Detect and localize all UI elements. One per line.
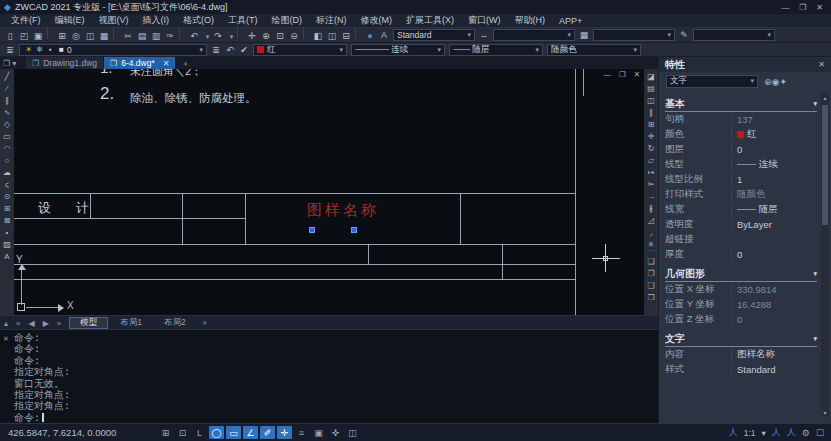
- zoom-previous-icon[interactable]: ⊖: [287, 30, 301, 42]
- pan-icon[interactable]: ✛: [245, 30, 259, 42]
- separator[interactable]: [47, 27, 53, 39]
- drawing-canvas[interactable]: —❐✕ 1. 未注圆角＼2； 2. 除油、除锈、防腐处理。 设 计 图样名称: [14, 69, 644, 315]
- next-tab-icon[interactable]: ▶: [39, 319, 53, 328]
- doc-tab-6-4[interactable]: ❐ 6-4.dwg* ✕: [104, 57, 175, 69]
- mline-icon[interactable]: ∥: [1, 94, 14, 106]
- rectangle-icon[interactable]: ▭: [1, 130, 14, 142]
- spline-icon[interactable]: ς: [1, 178, 14, 190]
- copy-object-icon[interactable]: ▤: [645, 82, 658, 94]
- property-value[interactable]: 随颜色: [731, 188, 817, 201]
- trim-icon[interactable]: ✂: [645, 178, 658, 190]
- array-icon[interactable]: ⊞: [645, 118, 658, 130]
- separator[interactable]: [303, 27, 309, 39]
- mirror-icon[interactable]: ◫: [645, 94, 658, 106]
- menu-item[interactable]: APP+: [552, 16, 589, 26]
- tab-layout2[interactable]: 布局2: [154, 317, 196, 329]
- dyn-input-icon[interactable]: ✐: [260, 426, 275, 439]
- preview-icon[interactable]: ◎: [69, 30, 83, 42]
- line-icon[interactable]: ╱: [1, 70, 14, 82]
- crosshair-toggle-icon[interactable]: ✛: [277, 426, 292, 439]
- grip-handle[interactable]: [309, 227, 315, 233]
- ortho-icon[interactable]: L: [192, 426, 207, 439]
- hatch-icon[interactable]: ▨: [1, 238, 14, 250]
- save-icon[interactable]: ▣: [31, 30, 45, 42]
- minimize-button[interactable]: —: [781, 3, 789, 12]
- menu-item[interactable]: 视图(V): [92, 14, 136, 27]
- last-tab-icon[interactable]: »: [53, 319, 65, 328]
- match-properties-icon[interactable]: ✑: [163, 30, 177, 42]
- table-style-icon[interactable]: ▦: [577, 29, 591, 41]
- first-tab-icon[interactable]: «: [12, 319, 24, 328]
- property-value[interactable]: ByLayer: [731, 219, 817, 230]
- publish-icon[interactable]: ◫: [83, 30, 97, 42]
- mtext-icon[interactable]: A: [1, 250, 14, 262]
- fullscreen-icon[interactable]: ☐: [815, 426, 825, 439]
- separator[interactable]: [355, 27, 361, 39]
- separator[interactable]: [113, 27, 119, 39]
- plot-icon[interactable]: ⊞: [55, 30, 69, 42]
- prev-tab-icon[interactable]: ◀: [24, 319, 38, 328]
- selected-text-entity[interactable]: 图样名称: [307, 201, 379, 220]
- scroll-up-icon[interactable]: ▴: [821, 94, 829, 101]
- menu-item[interactable]: 格式(O): [176, 14, 221, 27]
- redo-caret-icon[interactable]: ▾: [228, 31, 235, 43]
- polygon-icon[interactable]: ◇: [1, 118, 14, 130]
- new-file-icon[interactable]: ▯: [3, 30, 17, 42]
- viewport-poly-icon[interactable]: ◫: [325, 30, 339, 42]
- property-value[interactable]: —— 随层: [731, 203, 817, 216]
- menu-item[interactable]: 绘图(D): [265, 14, 310, 27]
- tab-model[interactable]: 模型: [69, 317, 108, 329]
- annotation-autoscale-icon[interactable]: 人: [786, 426, 797, 439]
- annotation-scale-value[interactable]: 1:1: [743, 426, 757, 439]
- annotation-scale-icon[interactable]: 人: [728, 426, 739, 439]
- snap-icon[interactable]: ⊡: [175, 426, 190, 439]
- layer-states-icon[interactable]: ≣: [209, 44, 223, 56]
- separator[interactable]: [237, 27, 243, 39]
- redo-icon[interactable]: ↷: [211, 30, 225, 42]
- property-value[interactable]: —— 连续: [731, 158, 817, 171]
- color-dropdown[interactable]: 红 ▾: [253, 44, 347, 56]
- quick-select-icon[interactable]: ✦: [779, 77, 787, 87]
- close-button[interactable]: ✕: [816, 3, 823, 12]
- lineweight-display-icon[interactable]: ≡: [294, 426, 309, 439]
- open-file-icon[interactable]: ◰: [17, 30, 31, 42]
- tab-layout1[interactable]: 布局1: [110, 317, 152, 329]
- fillet-icon[interactable]: ◞: [645, 226, 658, 238]
- polyline-icon[interactable]: ∿: [1, 106, 14, 118]
- doc-tab-drawing1[interactable]: ❐ Drawing1.dwg: [26, 57, 103, 69]
- layer-dropdown[interactable]: ☀❄▪■ 0 ▾: [19, 44, 207, 56]
- explode-icon[interactable]: ✳: [645, 238, 658, 250]
- style-dropdown[interactable]: ▾: [493, 29, 575, 41]
- xline-icon[interactable]: ∕: [1, 82, 14, 94]
- zoom-realtime-icon[interactable]: ⊕: [259, 30, 273, 42]
- object-type-dropdown[interactable]: 文字 ▾: [666, 75, 758, 88]
- scale-icon[interactable]: ▱: [645, 154, 658, 166]
- doc-restore-button[interactable]: ❐: [619, 70, 626, 79]
- style-dropdown[interactable]: ▾: [693, 29, 775, 41]
- draworder-back-icon[interactable]: ❐: [645, 267, 658, 279]
- style-dropdown[interactable]: ▾: [593, 29, 675, 41]
- erase-icon[interactable]: ◪: [645, 70, 658, 82]
- transparency-icon[interactable]: ▣: [311, 426, 326, 439]
- draworder-above-icon[interactable]: ❑: [645, 279, 658, 291]
- mleader-style-icon[interactable]: ✎: [677, 29, 691, 41]
- property-value[interactable]: 330.9814: [731, 284, 817, 295]
- grip-handle[interactable]: [351, 227, 357, 233]
- lineweight-dropdown[interactable]: —— 随层 ▾: [449, 44, 543, 56]
- plotstyle-dropdown[interactable]: 随颜色 ▾: [547, 44, 641, 56]
- quick-properties-icon[interactable]: ✜: [328, 426, 343, 439]
- extend-icon[interactable]: →: [645, 190, 658, 202]
- model-space-icon[interactable]: ◫: [345, 426, 360, 439]
- draworder-under-icon[interactable]: ❒: [645, 291, 658, 303]
- maximize-button[interactable]: ❐: [799, 3, 806, 12]
- menu-item[interactable]: 扩展工具(X): [399, 14, 461, 27]
- command-window[interactable]: ✕ 命令:命令:命令:指定对角点:窗口无效。指定对角点:指定对角点:命令:: [0, 329, 658, 423]
- section-text[interactable]: 文字 ▾: [665, 332, 817, 347]
- menu-item[interactable]: 文件(F): [4, 14, 48, 27]
- scrollbar[interactable]: ▴ ▾: [821, 93, 829, 417]
- style-dropdown[interactable]: Standard ▾: [393, 29, 475, 41]
- make-layer-current-icon[interactable]: ✔: [237, 44, 251, 56]
- property-value[interactable]: 16.4288: [731, 299, 817, 310]
- break-icon[interactable]: ∦: [645, 202, 658, 214]
- close-icon[interactable]: ✕: [818, 60, 825, 69]
